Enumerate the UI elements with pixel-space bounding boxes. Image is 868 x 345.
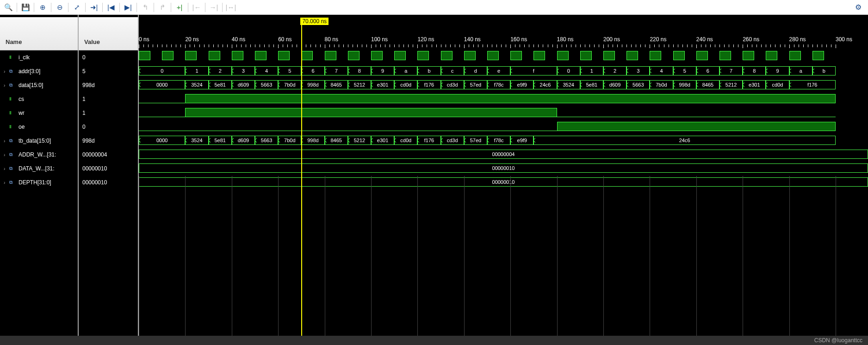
bus-segment: 0	[139, 66, 185, 75]
bus-segment: d609	[232, 136, 255, 145]
bus-segment: 8465	[696, 80, 719, 89]
bus-segment: f176	[417, 136, 440, 145]
const-bus: 00000010	[139, 163, 868, 173]
bus-segment: 8465	[325, 80, 348, 89]
bus-segment: 8	[348, 66, 371, 75]
bus-segment: d	[464, 66, 487, 75]
cursor-label[interactable]: 70.000 ns	[300, 18, 329, 25]
signal-row[interactable]: Ⅱi_clk	[0, 50, 78, 64]
bus-segment: cd3d	[441, 136, 464, 145]
go-start-icon[interactable]: |◀	[105, 1, 118, 14]
bus-segment: 57ed	[464, 136, 487, 145]
bus-segment: 3	[232, 66, 255, 75]
expand-icon[interactable]: ›	[4, 180, 9, 185]
signal-row[interactable]: ›⧉addr[3:0]	[0, 64, 78, 78]
const-bus: 00000004	[139, 150, 868, 159]
signal-icon: ⧉	[9, 69, 17, 74]
wave-row[interactable]	[139, 107, 868, 120]
bus-segment: 2	[603, 66, 626, 75]
search-icon[interactable]: 🔍	[2, 1, 15, 14]
next-marker-icon: →|	[207, 1, 220, 14]
time-tick: 40 ns	[232, 36, 245, 43]
signal-name: wr	[19, 110, 25, 116]
signal-icon: ⧉	[9, 82, 17, 88]
zoom-fit-icon[interactable]: ⤢	[70, 1, 83, 14]
signal-row[interactable]: ›⧉tb_data[15:0]	[0, 134, 78, 148]
wave-row[interactable]: 000035245e81d60956637b0d998d84655212e301…	[139, 79, 868, 93]
bus-segment: e301	[371, 136, 394, 145]
waveform-panel[interactable]: 70.000 ns 0 ns20 ns40 ns60 ns80 ns100 ns…	[139, 15, 868, 336]
bus-segment: f176	[789, 80, 836, 89]
wave-row[interactable]: 000035245e81d60956637b0d998d84655212e301…	[139, 134, 868, 148]
signal-icon: Ⅱ	[9, 96, 17, 102]
settings-icon[interactable]: ⚙	[855, 3, 866, 12]
wave-row[interactable]: 00000004	[139, 148, 868, 162]
bus-segment: f78c	[487, 136, 510, 145]
go-end-icon[interactable]: ▶|	[122, 1, 135, 14]
name-header: Name	[0, 17, 78, 50]
cursor-line[interactable]	[301, 18, 302, 336]
signal-row[interactable]: Ⅱcs	[0, 92, 78, 106]
wave-row[interactable]: 00000010	[139, 162, 868, 176]
clk-pulse	[441, 51, 453, 60]
bus-segment: 5212	[719, 80, 743, 89]
value-panel: Value 05998d110998d000000040000001000000…	[79, 15, 139, 336]
zoom-out-icon[interactable]: ⊖	[53, 1, 66, 14]
time-tick: 280 ns	[789, 36, 806, 43]
value-row: 1	[79, 106, 138, 120]
bus-segment: 6	[301, 66, 324, 75]
bus-segment: cd0d	[394, 136, 417, 145]
wave-row[interactable]	[139, 120, 868, 134]
clk-pulse	[255, 51, 267, 60]
bus-segment: 7b0d	[650, 80, 673, 89]
time-tick: 80 ns	[325, 36, 338, 43]
level-high	[185, 94, 836, 103]
signal-row[interactable]: ›⧉DATA_W...[31:	[0, 162, 78, 176]
wave-row[interactable]	[139, 93, 868, 107]
expand-icon[interactable]: ›	[4, 152, 9, 157]
value-row: 5	[79, 64, 138, 78]
minor-ticks	[139, 44, 868, 49]
wave-row[interactable]: 0123456789abcdef0123456789ab	[139, 65, 868, 79]
signal-row[interactable]: Ⅱwr	[0, 106, 78, 120]
main-area: Name Ⅱi_clk›⧉addr[3:0]›⧉data[15:0]ⅡcsⅡwr…	[0, 15, 868, 336]
bus-segment: a	[789, 66, 812, 75]
clk-pulse	[139, 51, 150, 60]
zoom-in-icon[interactable]: ⊕	[36, 1, 49, 14]
clk-pulse	[766, 51, 777, 60]
clk-pulse	[162, 51, 174, 60]
value-row: 998d	[79, 78, 138, 92]
bus-segment: f78c	[487, 80, 510, 89]
signal-row[interactable]: ›⧉data[15:0]	[0, 78, 78, 92]
wave-area[interactable]: 0123456789abcdef0123456789ab000035245e81…	[139, 51, 868, 190]
level-high	[185, 108, 557, 117]
toolbar: 🔍 💾 ⊕ ⊖ ⤢ ➜| |◀ ▶| ↰ ↱ +| |← →| |↔| ⚙	[0, 0, 868, 15]
time-tick: 260 ns	[743, 36, 759, 43]
add-marker-icon[interactable]: +|	[173, 1, 186, 14]
signal-row[interactable]: ›⧉DEPTH[31:0]	[0, 176, 78, 189]
bus-segment: 998d	[301, 80, 324, 89]
expand-icon[interactable]: ›	[4, 166, 9, 171]
clk-pulse	[696, 51, 708, 60]
bus-segment: 5e81	[209, 80, 232, 89]
expand-icon[interactable]: ›	[4, 138, 9, 144]
save-icon[interactable]: 💾	[19, 1, 32, 14]
expand-icon[interactable]: ›	[4, 69, 9, 74]
signal-icon: Ⅱ	[9, 124, 17, 130]
bus-segment: 2	[209, 66, 232, 75]
time-tick: 60 ns	[278, 36, 291, 43]
wave-row[interactable]	[139, 51, 868, 65]
signal-row[interactable]: Ⅱoe	[0, 120, 78, 134]
signal-icon: Ⅱ	[9, 110, 17, 116]
signal-icon: ⧉	[9, 138, 17, 144]
time-tick: 0 ns	[139, 36, 149, 43]
clk-pulse	[812, 51, 824, 60]
bus-segment: 5e81	[580, 80, 603, 89]
bus-segment: 5e81	[209, 136, 232, 145]
clk-pulse	[789, 51, 801, 60]
clk-pulse	[533, 51, 545, 60]
goto-cursor-icon[interactable]: ➜|	[87, 1, 100, 14]
expand-icon[interactable]: ›	[4, 83, 9, 88]
clk-pulse	[743, 51, 754, 60]
signal-row[interactable]: ›⧉ADDR_W...[31:	[0, 148, 78, 162]
